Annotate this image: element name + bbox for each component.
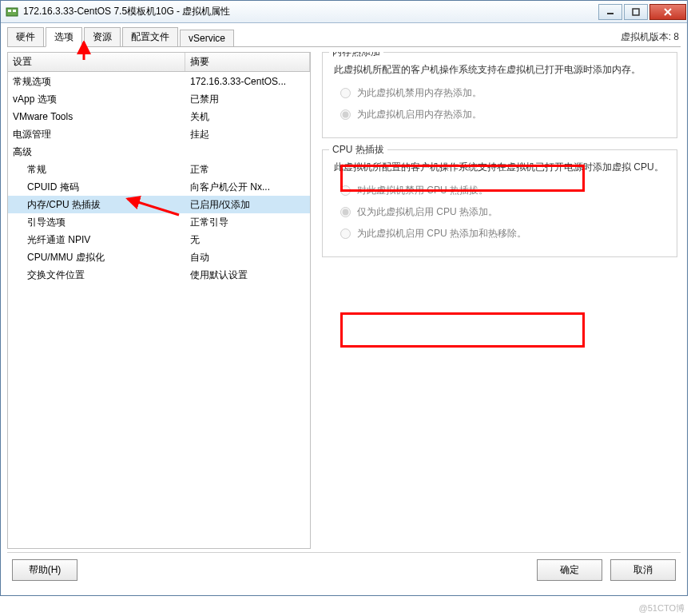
memory-disable-radio[interactable] bbox=[340, 88, 351, 98]
tree-row-label: 电源管理 bbox=[8, 128, 185, 141]
cpu-group-title: CPU 热插拔 bbox=[329, 143, 387, 157]
tree-header: 设置 摘要 bbox=[7, 52, 311, 72]
memory-group-title: 内存热添加 bbox=[329, 52, 383, 59]
tree-row[interactable]: 常规选项172.16.3.33-CentOS... bbox=[8, 73, 310, 90]
dialog-window: 172.16.3.33-CentOS 7.5模板机10G - 虚拟机属性 硬件 … bbox=[0, 0, 688, 596]
tree-row[interactable]: 光纤通道 NPIV无 bbox=[8, 231, 310, 248]
help-button[interactable]: 帮助(H) bbox=[12, 559, 77, 581]
memory-hotadd-group: 内存热添加 此虚拟机所配置的客户机操作系统支持在虚拟机已打开电源时添加内存。 为… bbox=[322, 52, 677, 138]
tree-row-label: 常规 bbox=[8, 163, 185, 177]
cpu-disable-row[interactable]: 对此虚拟机禁用 CPU 热插拔。 bbox=[340, 184, 665, 197]
memory-disable-label: 为此虚拟机禁用内存热添加。 bbox=[357, 86, 482, 100]
tree-row-label: VMware Tools bbox=[8, 111, 185, 122]
memory-disable-row[interactable]: 为此虚拟机禁用内存热添加。 bbox=[340, 86, 665, 100]
tree-row-label: 光纤通道 NPIV bbox=[8, 233, 185, 247]
options-detail-pane: 内存热添加 此虚拟机所配置的客户机操作系统支持在虚拟机已打开电源时添加内存。 为… bbox=[322, 52, 681, 549]
tab-options[interactable]: 选项 bbox=[46, 27, 82, 47]
titlebar[interactable]: 172.16.3.33-CentOS 7.5模板机10G - 虚拟机属性 bbox=[1, 1, 687, 23]
tree-row-summary: 使用默认设置 bbox=[185, 268, 310, 282]
tree-row-summary: 自动 bbox=[185, 251, 310, 264]
dialog-button-row: 帮助(H) 确定 取消 bbox=[7, 552, 681, 589]
cpu-group-desc: 此虚拟机所配置的客户机操作系统支持在虚拟机已打开电源时添加虚拟 CPU。 bbox=[334, 160, 665, 174]
tree-row-label: CPUID 掩码 bbox=[8, 181, 185, 194]
tree-row[interactable]: vApp 选项已禁用 bbox=[8, 90, 310, 108]
cancel-button[interactable]: 取消 bbox=[610, 559, 676, 581]
tree-row[interactable]: VMware Tools关机 bbox=[8, 108, 310, 125]
memory-enable-radio[interactable] bbox=[340, 109, 351, 120]
tree-row-label: CPU/MMU 虚拟化 bbox=[8, 251, 185, 264]
svg-rect-1 bbox=[8, 10, 11, 12]
close-button[interactable] bbox=[649, 4, 686, 20]
window-buttons bbox=[598, 4, 687, 20]
memory-enable-label: 为此虚拟机启用内存热添加。 bbox=[357, 108, 482, 121]
cpu-add-only-radio[interactable] bbox=[340, 207, 351, 217]
tree-row[interactable]: 引导选项正常引导 bbox=[8, 213, 310, 231]
dialog-content: 硬件 选项 资源 配置文件 vService 虚拟机版本: 8 设置 摘要 常规… bbox=[1, 23, 687, 595]
tab-hardware[interactable]: 硬件 bbox=[7, 27, 44, 46]
tree-row-label: 常规选项 bbox=[8, 75, 185, 89]
tree-row[interactable]: CPU/MMU 虚拟化自动 bbox=[8, 248, 310, 266]
tree-row-summary: 向客户机公开 Nx... bbox=[185, 181, 310, 194]
tree-row-summary: 已禁用 bbox=[185, 93, 310, 106]
cpu-add-remove-row[interactable]: 为此虚拟机启用 CPU 热添加和热移除。 bbox=[340, 227, 665, 240]
svg-rect-4 bbox=[633, 9, 639, 15]
app-icon bbox=[6, 6, 18, 18]
tree-row-summary: 已启用/仅添加 bbox=[185, 198, 310, 212]
tree-row[interactable]: 电源管理挂起 bbox=[8, 125, 310, 143]
tree-row-summary: 172.16.3.33-CentOS... bbox=[185, 76, 310, 87]
tab-profiles[interactable]: 配置文件 bbox=[122, 27, 178, 46]
tree-row[interactable]: CPUID 掩码向客户机公开 Nx... bbox=[8, 178, 310, 196]
tab-resources[interactable]: 资源 bbox=[84, 27, 121, 46]
cpu-add-only-row[interactable]: 仅为此虚拟机启用 CPU 热添加。 bbox=[340, 205, 665, 219]
tree-body[interactable]: 常规选项172.16.3.33-CentOS...vApp 选项已禁用VMwar… bbox=[7, 72, 311, 549]
minimize-button[interactable] bbox=[598, 4, 622, 20]
watermark: @51CTO博 bbox=[639, 602, 685, 614]
cpu-add-remove-radio[interactable] bbox=[340, 229, 351, 239]
cpu-disable-radio[interactable] bbox=[340, 185, 351, 196]
svg-rect-2 bbox=[13, 10, 16, 12]
col-header-setting[interactable]: 设置 bbox=[8, 53, 185, 71]
tree-row-summary: 挂起 bbox=[185, 128, 310, 141]
cpu-add-remove-label: 为此虚拟机启用 CPU 热添加和热移除。 bbox=[357, 227, 526, 240]
tree-row-summary: 关机 bbox=[185, 110, 310, 124]
tree-row[interactable]: 交换文件位置使用默认设置 bbox=[8, 266, 310, 284]
tab-bar: 硬件 选项 资源 配置文件 vService 虚拟机版本: 8 bbox=[7, 28, 681, 47]
tab-vservice[interactable]: vService bbox=[180, 30, 234, 46]
tree-row-label: 交换文件位置 bbox=[8, 268, 185, 282]
window-title: 172.16.3.33-CentOS 7.5模板机10G - 虚拟机属性 bbox=[23, 5, 598, 18]
tree-row-summary: 正常引导 bbox=[185, 216, 310, 229]
ok-button[interactable]: 确定 bbox=[537, 559, 602, 581]
tree-row[interactable]: 常规正常 bbox=[8, 161, 310, 178]
tree-row-label: vApp 选项 bbox=[8, 93, 185, 106]
cpu-hotplug-group: CPU 热插拔 此虚拟机所配置的客户机操作系统支持在虚拟机已打开电源时添加虚拟 … bbox=[322, 149, 677, 257]
vm-version-label: 虚拟机版本: 8 bbox=[621, 30, 679, 44]
tree-row-label: 内存/CPU 热插拔 bbox=[8, 198, 185, 212]
tree-row-label: 高级 bbox=[8, 145, 185, 159]
tree-row[interactable]: 高级 bbox=[8, 143, 310, 161]
tree-row-summary: 无 bbox=[185, 233, 310, 247]
dialog-body: 设置 摘要 常规选项172.16.3.33-CentOS...vApp 选项已禁… bbox=[7, 52, 681, 549]
cpu-disable-label: 对此虚拟机禁用 CPU 热插拔。 bbox=[357, 184, 488, 197]
tree-row[interactable]: 内存/CPU 热插拔已启用/仅添加 bbox=[8, 196, 310, 213]
tree-row-label: 引导选项 bbox=[8, 216, 185, 229]
cpu-add-only-label: 仅为此虚拟机启用 CPU 热添加。 bbox=[357, 205, 498, 219]
memory-group-desc: 此虚拟机所配置的客户机操作系统支持在虚拟机已打开电源时添加内存。 bbox=[334, 62, 665, 77]
col-header-summary[interactable]: 摘要 bbox=[185, 53, 310, 71]
settings-tree-pane: 设置 摘要 常规选项172.16.3.33-CentOS...vApp 选项已禁… bbox=[7, 52, 311, 549]
memory-enable-row[interactable]: 为此虚拟机启用内存热添加。 bbox=[340, 108, 665, 121]
tree-row-summary: 正常 bbox=[185, 163, 310, 177]
maximize-button[interactable] bbox=[624, 4, 648, 20]
